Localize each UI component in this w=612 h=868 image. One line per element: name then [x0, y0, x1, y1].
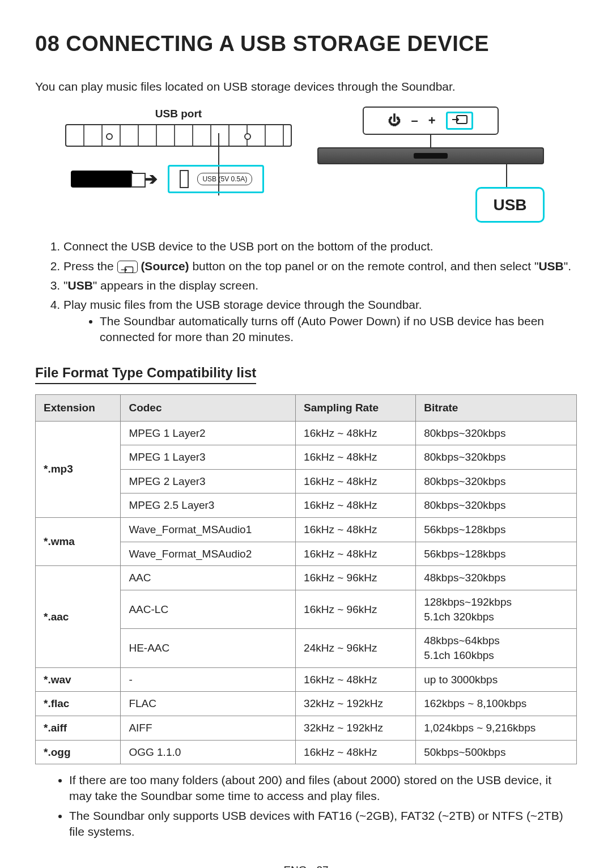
- step-3-usb-label: USB: [67, 279, 92, 292]
- cell-ext: *.aac: [36, 566, 121, 667]
- cell-codec: Wave_Format_MSAudio2: [121, 542, 296, 566]
- cell-rate: 16kHz ~ 48kHz: [296, 518, 416, 542]
- cell-bitrate: up to 3000kbps: [416, 667, 577, 692]
- table-row: *.flac FLAC 32kHz ~ 192kHz 162kbps ~ 8,1…: [36, 692, 577, 716]
- usb-display-bubble: USB: [475, 187, 544, 223]
- cell-bitrate: 48kbps~320kbps: [416, 566, 577, 590]
- port-slot-icon: [180, 170, 189, 188]
- table-row: *.ogg OGG 1.1.0 16kHz ~ 48kHz 50kbps~500…: [36, 740, 577, 764]
- source-button-icon: [446, 112, 473, 130]
- cell-ext: *.wav: [36, 667, 121, 692]
- compat-heading: File Format Type Compatibility list: [35, 364, 256, 384]
- cell-bitrate: 48kbps~64kbps5.1ch 160kbps: [416, 629, 577, 667]
- usb-port-badge: USB (5V 0.5A): [197, 173, 252, 185]
- cell-bitrate: 80kbps~320kbps: [416, 469, 577, 493]
- cell-ext: *.aiff: [36, 716, 121, 740]
- cell-ext: *.wma: [36, 518, 121, 566]
- cell-bitrate: 50kbps~500kbps: [416, 740, 577, 764]
- cell-bitrate: 80kbps~320kbps: [416, 493, 577, 518]
- cell-codec: MPEG 2.5 Layer3: [121, 493, 296, 518]
- cell-rate: 16kHz ~ 48kHz: [296, 445, 416, 470]
- cell-bitrate: 56kbps~128kbps: [416, 518, 577, 542]
- source-inline-icon: [117, 261, 138, 273]
- cell-codec: -: [121, 667, 296, 692]
- soundbar-front-illustration: [317, 147, 544, 164]
- cell-codec: AIFF: [121, 716, 296, 740]
- notes-list: If there are too many folders (about 200…: [35, 772, 577, 840]
- cell-rate: 24kHz ~ 96kHz: [296, 629, 416, 667]
- cell-codec: FLAC: [121, 692, 296, 716]
- step-2-text-a: Press the: [63, 259, 117, 273]
- note-2: The Soundbar only supports USB devices w…: [69, 808, 577, 840]
- diagram-top-panel: ⏻ – + USB: [314, 107, 547, 223]
- table-row: *.aiff AIFF 32kHz ~ 192kHz 1,024kbps ~ 9…: [36, 716, 577, 740]
- diagram-container: USB port ➔ USB (5V 0.5A) ⏻ – +: [35, 107, 577, 223]
- cell-codec: MPEG 1 Layer3: [121, 445, 296, 470]
- cell-ext: *.ogg: [36, 740, 121, 764]
- cell-bitrate: 128kbps~192kbps5.1ch 320kbps: [416, 590, 577, 629]
- note-1: If there are too many folders (about 200…: [69, 772, 577, 805]
- compat-table: Extension Codec Sampling Rate Bitrate *.…: [35, 394, 577, 764]
- intro-text: You can play music files located on USB …: [35, 79, 577, 95]
- cell-rate: 16kHz ~ 48kHz: [296, 667, 416, 692]
- cell-codec: MPEG 2 Layer3: [121, 469, 296, 493]
- step-3: "USB" appears in the display screen.: [63, 278, 577, 293]
- cell-rate: 16kHz ~ 48kHz: [296, 469, 416, 493]
- power-icon: ⏻: [388, 112, 401, 129]
- cell-bitrate: 162kbps ~ 8,100kbps: [416, 692, 577, 716]
- top-panel-illustration: ⏻ – +: [363, 107, 499, 135]
- cell-codec: AAC-LC: [121, 590, 296, 629]
- plus-icon: +: [428, 112, 436, 129]
- cell-codec: OGG 1.1.0: [121, 740, 296, 764]
- section-title: 08 CONNECTING A USB STORAGE DEVICE: [35, 29, 577, 58]
- cell-rate: 32kHz ~ 192kHz: [296, 692, 416, 716]
- step-2: Press the (Source) button on the top pan…: [63, 258, 577, 274]
- cell-rate: 16kHz ~ 48kHz: [296, 493, 416, 518]
- table-row: *.wav - 16kHz ~ 48kHz up to 3000kbps: [36, 667, 577, 692]
- col-bitrate: Bitrate: [416, 394, 577, 421]
- col-sampling-rate: Sampling Rate: [296, 394, 416, 421]
- cell-ext: *.flac: [36, 692, 121, 716]
- cell-codec: MPEG 1 Layer2: [121, 421, 296, 445]
- cell-codec: HE-AAC: [121, 629, 296, 667]
- minus-icon: –: [411, 112, 418, 129]
- soundbar-bottom-illustration: [65, 124, 292, 147]
- page-footer: ENG - 27: [35, 863, 577, 868]
- cell-rate: 16kHz ~ 48kHz: [296, 542, 416, 566]
- table-row: *.wma Wave_Format_MSAudio1 16kHz ~ 48kHz…: [36, 518, 577, 542]
- cell-rate: 16kHz ~ 48kHz: [296, 740, 416, 764]
- usb-stick-icon: [71, 171, 133, 188]
- cell-ext: *.mp3: [36, 421, 121, 518]
- callout-line-icon: [430, 135, 431, 147]
- table-row: *.mp3 MPEG 1 Layer2 16kHz ~ 48kHz 80kbps…: [36, 421, 577, 445]
- step-4: Play music files from the USB storage de…: [63, 297, 577, 345]
- table-row: *.aac AAC 16kHz ~ 96kHz 48kbps~320kbps: [36, 566, 577, 590]
- col-codec: Codec: [121, 394, 296, 421]
- step-1: Connect the USB device to the USB port o…: [63, 239, 577, 254]
- steps-list: Connect the USB device to the USB port o…: [35, 239, 577, 345]
- step-2-text-e: ".: [564, 259, 571, 273]
- cell-rate: 32kHz ~ 192kHz: [296, 716, 416, 740]
- step-2-source-label: (Source): [138, 259, 189, 273]
- usb-port-illustration: USB (5V 0.5A): [168, 165, 264, 193]
- usb-port-label: USB port: [65, 107, 292, 121]
- diagram-usb-connection: USB port ➔ USB (5V 0.5A): [65, 107, 292, 194]
- cell-bitrate: 56kbps~128kbps: [416, 542, 577, 566]
- step-4-text: Play music files from the USB storage de…: [63, 298, 422, 311]
- cell-rate: 16kHz ~ 96kHz: [296, 590, 416, 629]
- cell-rate: 16kHz ~ 48kHz: [296, 421, 416, 445]
- step-2-usb-label: USB: [538, 259, 563, 273]
- cell-codec: AAC: [121, 566, 296, 590]
- table-header-row: Extension Codec Sampling Rate Bitrate: [36, 394, 577, 421]
- step-2-text-c: button on the top panel or on the remote…: [189, 259, 539, 273]
- col-extension: Extension: [36, 394, 121, 421]
- cell-rate: 16kHz ~ 96kHz: [296, 566, 416, 590]
- step-4-sub: The Soundbar automatically turns off (Au…: [100, 313, 577, 346]
- cell-bitrate: 1,024kbps ~ 9,216kbps: [416, 716, 577, 740]
- cell-bitrate: 80kbps~320kbps: [416, 421, 577, 445]
- cell-bitrate: 80kbps~320kbps: [416, 445, 577, 470]
- step-3-text-c: " appears in the display screen.: [93, 279, 258, 292]
- cell-codec: Wave_Format_MSAudio1: [121, 518, 296, 542]
- callout-line-icon: [506, 164, 507, 187]
